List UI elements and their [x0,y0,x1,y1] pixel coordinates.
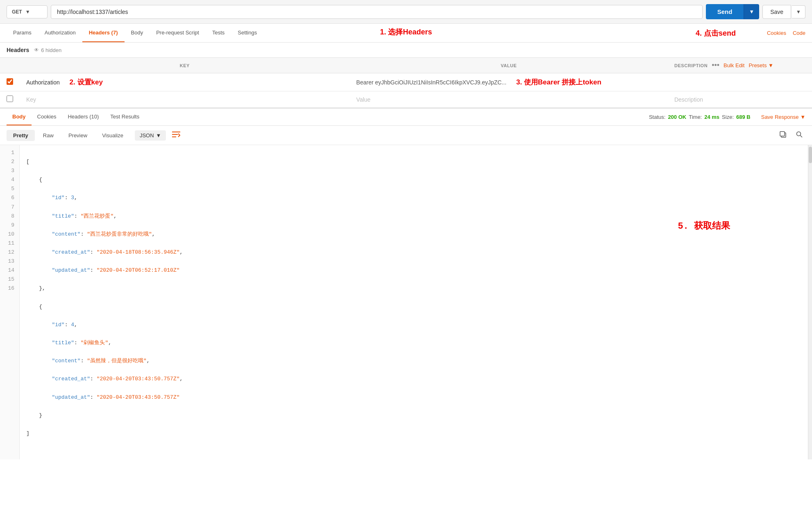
key-col-header: KEY [20,58,350,73]
bulk-edit-button[interactable]: Bulk Edit [724,62,744,68]
desc-header-text: DESCRIPTION [674,63,708,68]
new-row-checkbox[interactable] [7,95,13,102]
desc-col-header: DESCRIPTION ••• Bulk Edit Presets ▼ [668,58,812,73]
size-value: 689 B [736,114,751,120]
tab-tests[interactable]: Tests [206,24,231,42]
table-row: Authorization 2. 设置key Bearer eyJhbGciOi… [0,73,812,91]
status-value: 200 OK [668,114,686,120]
row-desc-cell [668,73,812,91]
dots-button[interactable]: ••• [712,61,719,70]
new-row-key-placeholder: Key [26,96,36,103]
scrollbar-right[interactable] [808,145,812,459]
row-check-cell [0,73,20,91]
presets-button[interactable]: Presets ▼ [748,62,773,68]
eye-icon: 👁 [34,47,39,53]
tab-pre-request-script[interactable]: Pre-request Script [150,24,206,42]
tab-params[interactable]: Params [7,24,38,42]
json-format-label: JSON [140,132,154,139]
svg-rect-1 [172,134,178,135]
svg-line-6 [801,136,803,138]
tab-authorization[interactable]: Authorization [38,24,82,42]
method-arrow: ▼ [25,9,30,15]
url-bar: GET ▼ Send ▼ Save ▼ [0,0,812,24]
new-row-desc-placeholder: Description [674,96,703,103]
scrollbar-thumb [809,147,812,163]
wrap-button[interactable] [172,131,181,140]
tab-headers[interactable]: Headers (7) [82,24,125,42]
search-button[interactable] [793,129,805,141]
row-value-text: Bearer eyJhbGciOiJIUzI1NiIsInR5cCI6IkpXV… [356,79,506,86]
tab-settings[interactable]: Settings [231,24,263,42]
new-row-check-cell [0,91,20,108]
val-col-header: VALUE [350,58,668,73]
method-label: GET [12,9,22,15]
method-select[interactable]: GET ▼ [7,5,48,18]
hidden-count: 6 hidden [41,47,61,53]
send-arrow-button[interactable]: ▼ [744,4,759,19]
view-tab-raw[interactable]: Raw [36,130,60,141]
row-key-cell: Authorization 2. 设置key [20,73,350,91]
save-btn-group: Save ▼ [762,5,805,19]
view-tab-preview[interactable]: Preview [62,130,94,141]
headers-kv-table: KEY VALUE DESCRIPTION ••• Bulk Edit Pres… [0,58,812,108]
json-format-arrow: ▼ [156,132,161,139]
new-row-key-cell: Key [20,91,350,108]
send-btn-group: Send ▼ [706,4,760,19]
headers-section-header: Headers 👁 6 hidden [0,43,812,58]
headers-label: Headers [7,47,29,53]
resp-tab-body[interactable]: Body [7,109,32,125]
size-label: Size: [722,114,734,120]
row-checkbox[interactable] [7,78,13,85]
response-tabs-bar: Body Cookies Headers (10) Test Results S… [0,109,812,126]
response-meta: Status: 200 OK Time: 24 ms Size: 689 B S… [649,114,805,120]
annotation-click-send: 4. 点击send [696,28,736,38]
body-view-icons [777,129,805,141]
copy-button[interactable] [777,129,789,141]
code-area: 12345 678910 1112131415 16 [ { "id": 3, … [0,145,812,459]
code-content: [ { "id": 3, "title": "西兰花炒蛋", "content"… [20,145,808,459]
svg-point-5 [797,132,801,136]
annotation-bearer-token: 3. 使用Bearer 拼接上token [516,78,601,86]
annotation-set-key: 2. 设置key [70,78,103,86]
tab-body[interactable]: Body [125,24,150,42]
view-tab-pretty[interactable]: Pretty [7,130,35,141]
status-label: Status: [649,114,665,120]
right-tab-code[interactable]: Code [793,30,805,36]
save-button[interactable]: Save [762,5,791,19]
view-tab-visualize[interactable]: Visualize [95,130,130,141]
hidden-count-badge: 👁 6 hidden [34,47,61,53]
resp-tab-test-results[interactable]: Test Results [104,109,145,125]
save-arrow-button[interactable]: ▼ [792,5,805,18]
svg-rect-2 [172,136,176,137]
send-button[interactable]: Send [706,4,744,19]
annotation-select-headers: 1. 选择Headers [380,27,432,37]
request-tabs: Params Authorization Headers (7) Body Pr… [0,24,812,43]
save-response-button[interactable]: Save Response ▼ [761,114,805,120]
resp-tab-cookies[interactable]: Cookies [32,109,62,125]
time-value: 24 ms [704,114,719,120]
resp-tab-headers[interactable]: Headers (10) [62,109,104,125]
svg-rect-0 [172,132,180,132]
line-numbers: 12345 678910 1112131415 16 [0,145,20,459]
response-section: Body Cookies Headers (10) Test Results S… [0,108,812,459]
json-format-select[interactable]: JSON ▼ [135,130,166,141]
row-value-cell: Bearer eyJhbGciOiJIUzI1NiIsInR5cCI6IkpXV… [350,73,668,91]
new-row-value-placeholder: Value [356,96,371,103]
right-tab-group: 4. 点击send Cookies Code [696,28,805,38]
right-tab-cookies[interactable]: Cookies [767,30,786,36]
check-col-header [0,58,20,73]
url-input[interactable] [51,5,703,19]
new-row-desc-cell: Description [668,91,812,108]
new-row-value-cell: Value [350,91,668,108]
body-view-tabs: Pretty Raw Preview Visualize JSON ▼ [0,126,812,145]
row-key-text: Authorization [26,79,60,86]
time-label: Time: [689,114,702,120]
svg-rect-4 [780,132,785,136]
table-new-row: Key Value Description [0,91,812,108]
